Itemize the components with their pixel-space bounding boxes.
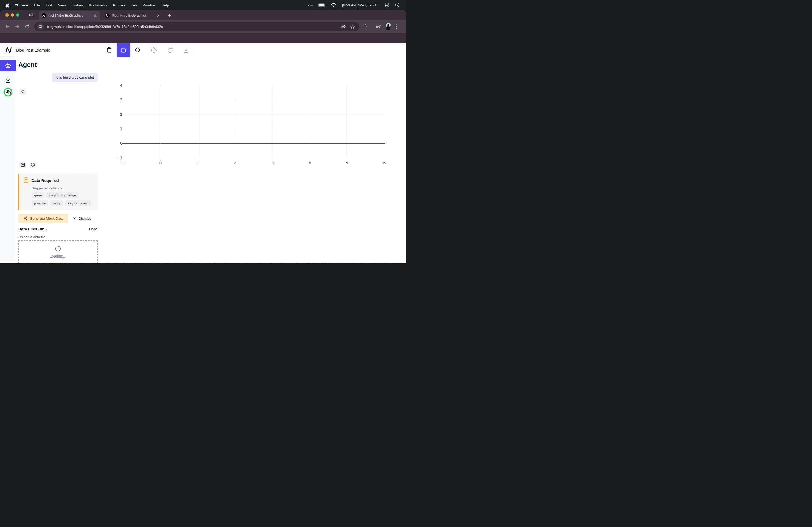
upload-dropzone[interactable]: Loading... (18, 240, 98, 264)
wifi-icon[interactable] (331, 3, 336, 7)
y-tick-label: 4 (111, 83, 122, 88)
extensions-puzzle-icon[interactable] (363, 24, 368, 29)
move-tool-button[interactable] (146, 43, 162, 57)
media-playlist-icon[interactable] (376, 25, 381, 29)
url-bar[interactable]: biographics.nitro.bio/app/plots/fb232886… (34, 22, 359, 31)
x-gridline (310, 85, 310, 158)
dismiss-button[interactable]: ✕ Dismiss (71, 214, 93, 223)
rail-item-agent[interactable] (0, 60, 16, 71)
menu-chrome[interactable]: Chrome (12, 3, 31, 7)
done-button[interactable]: Done (89, 227, 98, 231)
menubar-clock[interactable]: [8:53 AM] Wed, Jan 14 (342, 3, 379, 7)
plot-toolbar (102, 43, 194, 57)
close-window-button[interactable] (5, 13, 9, 17)
left-rail (0, 57, 16, 261)
app-page: Blog Post Example (0, 43, 406, 264)
y-gridline (124, 129, 385, 129)
bottom-dashed-edge (16, 263, 406, 264)
y-zero-line (122, 143, 385, 144)
nitro-favicon-icon (105, 13, 110, 18)
x-zero-line (161, 85, 161, 161)
menu-profiles[interactable]: Profiles (110, 3, 128, 7)
profile-avatar[interactable] (385, 23, 392, 30)
menu-edit[interactable]: Edit (43, 3, 55, 7)
audio-speaker-icon[interactable] (29, 13, 33, 17)
document-title[interactable]: Blog Post Example (16, 48, 50, 52)
back-icon[interactable] (3, 22, 12, 31)
bookmark-star-icon[interactable] (350, 25, 355, 29)
loading-text: Loading... (50, 254, 66, 258)
data-files-heading: Data Files (0/5) (18, 227, 47, 231)
data-required-title: Data Required (31, 178, 59, 183)
minimize-window-button[interactable] (11, 13, 14, 17)
nitro-favicon-icon (42, 13, 46, 18)
suggested-columns-label: Suggested columns: (32, 186, 95, 190)
toolbar-divider (194, 43, 194, 57)
app-header: Blog Post Example (0, 43, 406, 57)
lasso-select-tool-button[interactable] (130, 43, 146, 57)
tab-close-icon[interactable]: ✕ (92, 13, 98, 18)
insert-image-button[interactable] (19, 161, 26, 168)
style-brush-button[interactable] (19, 88, 26, 95)
download-plot-button[interactable] (178, 43, 194, 57)
theme-palette-button[interactable] (30, 161, 37, 168)
y-tick-label: 1 (111, 127, 122, 131)
sparkles-icon (23, 216, 27, 221)
chrome-menu-kebab-icon[interactable] (395, 24, 397, 29)
user-message-bubble: let's build a volcano plot (52, 73, 98, 82)
menu-window[interactable]: Window (140, 3, 158, 7)
url-text[interactable]: biographics.nitro.bio/app/plots/fb232886… (47, 25, 340, 29)
database-icon (23, 177, 29, 183)
data-required-card: Data Required Suggested columns: gene lo… (18, 174, 98, 210)
tab-plot-2[interactable]: Plot | Nitro BioGraphics ✕ (102, 11, 163, 20)
generate-mock-data-button[interactable]: Generate Mock Data (18, 214, 68, 223)
menu-view[interactable]: View (55, 3, 69, 7)
x-tick-label: −1 (120, 161, 126, 165)
reset-view-button[interactable] (162, 43, 178, 57)
menu-bookmarks[interactable]: Bookmarks (86, 3, 110, 7)
overflow-ellipsis-icon[interactable] (307, 4, 313, 6)
zoom-window-button[interactable] (16, 13, 19, 17)
x-tick-label: 5 (346, 161, 349, 165)
x-tick-label: 3 (272, 161, 274, 165)
control-center-icon[interactable] (385, 3, 389, 7)
site-settings-icon[interactable] (37, 23, 44, 30)
browser-toolbar: biographics.nitro.bio/app/plots/fb232886… (0, 20, 406, 33)
macos-menubar: Chrome File Edit View History Bookmarks … (0, 0, 406, 10)
bounding-box-tool-button[interactable] (102, 43, 117, 57)
plot-area[interactable]: −10123456−101234 (102, 57, 406, 264)
x-tick-label: 4 (309, 161, 311, 165)
marquee-select-tool-button[interactable] (117, 43, 130, 57)
y-tick-label: −1 (111, 156, 122, 160)
tab-close-icon[interactable]: ✕ (156, 13, 161, 18)
x-gridline (273, 85, 273, 158)
paintbrush-icon (21, 89, 25, 94)
apple-logo-icon[interactable] (5, 3, 10, 7)
forward-icon[interactable] (13, 22, 21, 31)
eye-off-icon[interactable] (340, 25, 346, 29)
column-chip: padj (50, 200, 63, 206)
menu-file[interactable]: File (31, 3, 43, 7)
y-tick-label: 0 (111, 141, 122, 146)
rail-item-download[interactable] (5, 77, 11, 83)
y-gridline (124, 114, 385, 115)
new-tab-button[interactable]: + (166, 13, 173, 18)
dismiss-label: Dismiss (78, 216, 91, 221)
menu-history[interactable]: History (69, 3, 86, 7)
rail-item-credits[interactable] (3, 88, 13, 96)
dismiss-x-icon: ✕ (73, 216, 76, 221)
agent-panel: Agent let's build a volcano plot (16, 57, 102, 264)
menu-help[interactable]: Help (158, 3, 172, 7)
reload-icon[interactable] (23, 22, 31, 31)
tab-separator (164, 13, 165, 18)
column-chip: gene (32, 192, 44, 198)
clock-widget-icon[interactable] (395, 3, 400, 7)
nitro-logo-icon[interactable] (5, 47, 12, 54)
tab-plot-1[interactable]: Plot | Nitro BioGraphics ✕ (39, 11, 100, 20)
x-tick-label: 6 (383, 161, 386, 165)
battery-icon[interactable] (318, 3, 326, 7)
menu-tab[interactable]: Tab (128, 3, 140, 7)
window-controls (5, 13, 19, 17)
suggested-columns-chips: gene log2FoldChange pvalue padj signific… (32, 192, 95, 206)
upload-label: Upload a data file (18, 235, 98, 239)
